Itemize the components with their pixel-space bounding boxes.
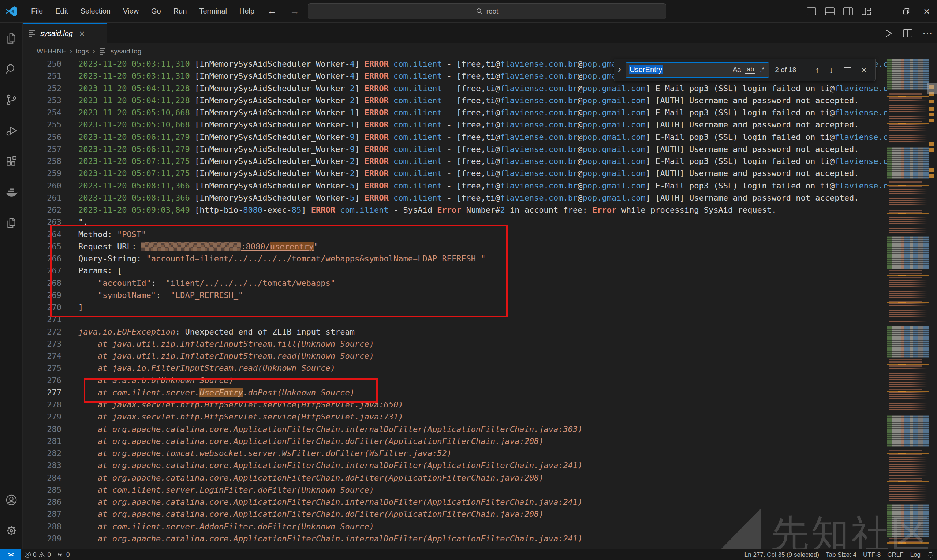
line-number: 260 [23,181,62,190]
source-control-icon[interactable] [0,85,23,115]
code-line[interactable]: 283 at org.apache.catalina.core.Applicat… [23,459,887,471]
search-match-marker[interactable] [929,113,934,116]
customize-layout-icon[interactable] [862,7,871,15]
code-line[interactable]: 275 at java.io.FilterInputStream.read(Un… [23,362,887,374]
code-line[interactable]: 2562023-11-20 05:06:11,279 [InMemorySysA… [23,131,887,143]
code-line[interactable]: 289 at org.apache.catalina.core.Applicat… [23,532,887,545]
menu-terminal[interactable]: Terminal [193,0,233,22]
code-line[interactable]: 279 at javax.servlet.http.HttpServlet.se… [23,411,887,423]
problems-indicator[interactable]: ✕ 0 0 [21,549,54,560]
search-match-marker[interactable] [929,118,934,122]
menu-run[interactable]: Run [167,0,193,22]
command-center-search[interactable]: root [308,3,666,19]
search-match-marker[interactable] [929,142,934,146]
find-next-icon[interactable]: ↓ [826,65,836,75]
code-line[interactable]: 2602023-11-20 05:08:11,366 [InMemorySysA… [23,180,887,192]
code-line[interactable]: 282 at org.apache.tomcat.websocket.serve… [23,447,887,459]
search-icon[interactable] [0,54,23,85]
code-line[interactable]: 2612023-11-20 05:08:11,366 [InMemorySysA… [23,192,887,204]
extensions-icon[interactable] [0,146,23,177]
language-mode[interactable]: Log [907,551,924,558]
regex-icon[interactable]: .* [759,66,766,74]
find-previous-icon[interactable]: ↑ [812,65,822,75]
run-file-icon[interactable] [883,28,893,38]
minimap-block [887,415,929,447]
code-line[interactable]: 280 at org.apache.catalina.core.Applicat… [23,423,887,435]
toggle-panel-icon[interactable] [825,7,834,15]
search-match-marker[interactable] [929,148,934,152]
overview-ruler[interactable] [929,58,937,545]
menu-go[interactable]: Go [145,0,167,22]
ports-indicator[interactable]: 0 [54,549,73,560]
search-match-marker[interactable] [929,100,934,103]
find-in-selection-icon[interactable] [840,66,855,74]
code-line[interactable]: 272java.io.EOFException: Unexpected end … [23,326,887,338]
search-match-marker[interactable] [929,168,934,172]
menu-view[interactable]: View [117,0,145,22]
code-line[interactable]: 288 at com.ilient.server.AddonFilter.doF… [23,520,887,532]
menu-edit[interactable]: Edit [49,0,74,22]
remote-indicator[interactable]: >< [0,549,21,560]
cursor-position[interactable]: Ln 277, Col 35 (9 selected) [741,551,822,558]
find-close-icon[interactable]: × [858,65,869,75]
breadcrumb-file[interactable]: sysaid.log [111,47,142,55]
line-text: 2023-11-20 05:07:11,275 [InMemorySysAidS… [62,169,859,178]
notifications-bell[interactable] [924,552,937,558]
code-line[interactable]: 284 at org.apache.catalina.core.Applicat… [23,472,887,484]
indentation[interactable]: Tab Size: 4 [822,551,860,558]
code-line[interactable]: 2532023-11-20 05:04:11,228 [InMemorySysA… [23,94,887,106]
menu-selection[interactable]: Selection [74,0,117,22]
minimap-block [889,214,929,234]
code-line[interactable]: 287 at org.apache.catalina.core.Applicat… [23,508,887,520]
encoding[interactable]: UTF-8 [860,551,884,558]
code-line[interactable]: 2552023-11-20 05:05:10,668 [InMemorySysA… [23,118,887,131]
eol-sequence[interactable]: CRLF [884,551,906,558]
code-line[interactable]: 273 at java.util.zip.InflaterInputStream… [23,338,887,350]
line-number: 256 [23,132,62,142]
menu-file[interactable]: File [25,0,49,22]
close-window-button[interactable]: × [917,0,937,23]
minimap[interactable] [887,58,929,545]
breadcrumb-folder[interactable]: WEB-INF [37,47,66,55]
more-actions-icon[interactable]: ⋯ [922,27,933,39]
breadcrumb-folder[interactable]: logs [76,47,89,55]
whole-word-icon[interactable]: ab [745,66,755,74]
restore-button[interactable] [896,0,917,23]
accounts-icon[interactable] [0,485,23,515]
code-line[interactable]: 274 at java.util.zip.InflaterInputStream… [23,350,887,362]
toggle-replace-icon[interactable]: › [618,63,621,75]
run-debug-icon[interactable] [0,115,23,146]
nav-forward-button[interactable]: → [283,6,306,17]
code-line[interactable]: 286 at org.apache.catalina.core.Applicat… [23,496,887,508]
minimize-button[interactable]: — [875,0,896,23]
code-line[interactable]: 2522023-11-20 05:04:11,228 [InMemorySysA… [23,82,887,94]
search-match-marker[interactable] [929,174,934,178]
toggle-sidebar-icon[interactable] [807,7,816,15]
scrollbar-thumb[interactable] [928,83,937,94]
code-line[interactable]: 2572023-11-20 05:06:11,279 [InMemorySysA… [23,143,887,155]
line-text: at java.util.zip.InflaterInputStream.fil… [62,339,374,348]
minimap-block [889,97,922,100]
code-line[interactable]: 2622023-11-20 05:09:03,849 [http-bio-808… [23,204,887,216]
toggle-secondary-sidebar-icon[interactable] [843,7,853,15]
tab-close-icon[interactable]: × [79,29,85,39]
line-number: 288 [23,522,62,531]
code-line[interactable]: 2542023-11-20 05:05:10,668 [InMemorySysA… [23,106,887,118]
docker-icon[interactable] [0,177,23,208]
explorer-icon[interactable] [0,23,23,54]
search-icon [476,8,483,15]
nav-back-button[interactable]: ← [261,6,283,17]
menu-help[interactable]: Help [233,0,261,22]
code-line[interactable]: 281 at org.apache.catalina.core.Applicat… [23,435,887,447]
code-line[interactable]: 285 at com.ilient.server.LoginFilter.doF… [23,484,887,496]
find-input[interactable]: UserEntry Aa ab .* [626,62,769,78]
search-match-marker[interactable] [929,107,934,111]
settings-icon[interactable] [0,515,23,546]
code-line[interactable]: 2592023-11-20 05:07:11,275 [InMemorySysA… [23,167,887,179]
tab-sysaid-log[interactable]: sysaid.log × [23,23,107,43]
remote-explorer-icon[interactable] [0,208,23,238]
line-text: 2023-11-20 05:08:11,366 [InMemorySysAidS… [62,193,859,202]
split-editor-icon[interactable] [903,28,913,38]
code-line[interactable]: 2582023-11-20 05:07:11,275 [InMemorySysA… [23,155,887,167]
match-case-icon[interactable]: Aa [731,66,742,74]
